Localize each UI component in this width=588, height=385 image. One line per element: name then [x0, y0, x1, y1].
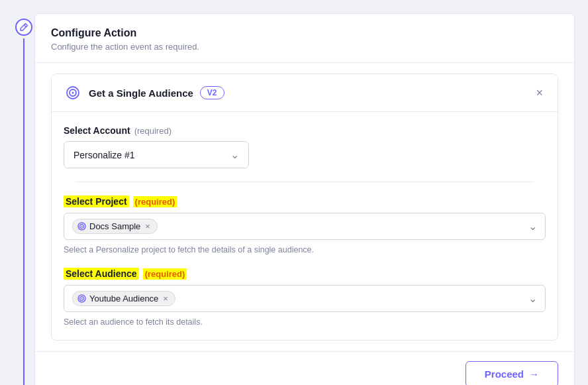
step-line [23, 38, 24, 385]
svg-point-2 [72, 92, 74, 94]
audience-required-text: (required) [143, 268, 187, 280]
audience-label: Select Audience (required) [64, 268, 546, 280]
audience-hint: Select an audience to fetch its details. [64, 317, 546, 327]
account-field-group: Select Account (required) Personalize #1… [64, 125, 546, 168]
audience-field-group: Select Audience (required) [64, 268, 546, 327]
project-label: Select Project (required) [64, 195, 546, 207]
card-title: Get a Single Audience [89, 87, 193, 99]
project-tag-remove[interactable]: × [145, 221, 150, 231]
audience-icon [64, 83, 82, 102]
proceed-arrow-icon: → [529, 368, 539, 380]
proceed-label: Proceed [485, 368, 524, 380]
audience-tag-icon [77, 294, 86, 303]
version-badge: V2 [200, 86, 224, 99]
svg-point-8 [81, 298, 83, 300]
project-tag-label: Docs Sample [89, 221, 140, 231]
close-button[interactable]: × [533, 85, 546, 100]
project-select[interactable]: Docs Sample × ⌄ [64, 213, 546, 240]
project-chevron-icon: ⌄ [528, 220, 537, 233]
account-required-text: (required) [134, 126, 172, 136]
footer: Proceed → [35, 351, 574, 385]
divider [75, 182, 534, 182]
left-bar [13, 13, 34, 385]
card-header: Get a Single Audience V2 × [52, 74, 558, 112]
account-chevron-icon: ⌄ [230, 148, 239, 161]
project-required-text: (required) [133, 196, 177, 207]
audience-select[interactable]: Youtube Audience × ⌄ [64, 285, 546, 312]
account-label-text: Select Account [64, 125, 130, 136]
card-header-left: Get a Single Audience V2 [64, 83, 224, 102]
account-label: Select Account (required) [64, 125, 546, 136]
project-tags: Docs Sample × [72, 219, 158, 234]
svg-point-5 [81, 226, 83, 227]
section-subtitle: Configure the action event as required. [51, 42, 558, 52]
proceed-button[interactable]: Proceed → [466, 361, 558, 385]
account-select[interactable]: Personalize #1 ⌄ [64, 141, 249, 168]
audience-tags: Youtube Audience × [72, 291, 175, 306]
audience-tag-remove[interactable]: × [163, 294, 168, 303]
audience-tag: Youtube Audience × [72, 291, 175, 306]
step-icon [15, 19, 32, 36]
project-hint: Select a Personalize project to fetch th… [64, 245, 546, 254]
page-wrapper: Configure Action Configure the action ev… [13, 13, 575, 385]
project-tag: Docs Sample × [72, 219, 158, 234]
edit-icon [19, 23, 28, 32]
card-body: Select Account (required) Personalize #1… [52, 112, 558, 340]
audience-tag-label: Youtube Audience [89, 294, 158, 303]
section-title: Configure Action [51, 27, 558, 39]
audience-label-text: Select Audience [64, 268, 139, 280]
account-select-value: Personalize #1 [74, 150, 135, 160]
project-label-text: Select Project [64, 195, 129, 207]
section-header: Configure Action Configure the action ev… [35, 14, 574, 63]
project-field-group: Select Project (required) [64, 195, 546, 254]
main-content: Configure Action Configure the action ev… [34, 13, 575, 385]
action-card: Get a Single Audience V2 × Select Accoun… [51, 74, 558, 341]
audience-chevron-icon: ⌄ [528, 292, 537, 305]
project-tag-icon [77, 222, 86, 231]
